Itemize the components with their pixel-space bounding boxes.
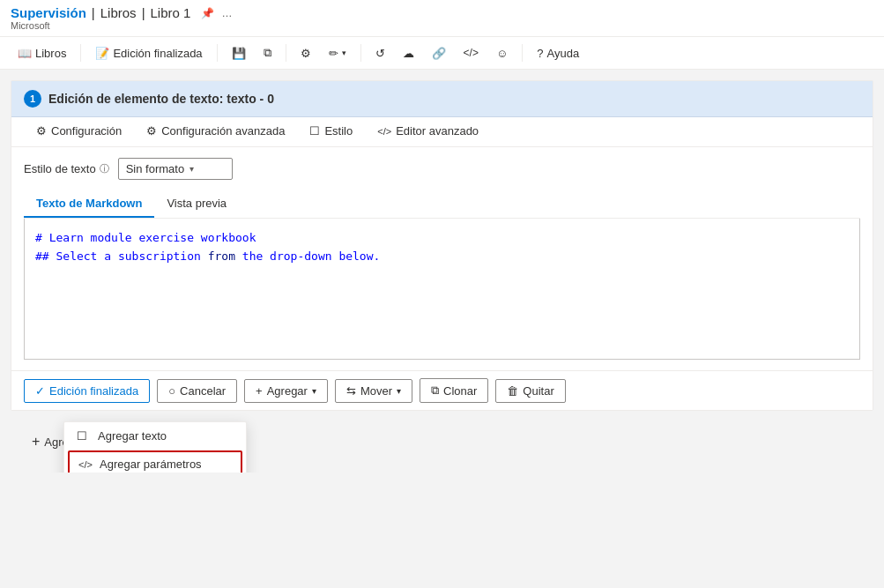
toolbar-sep-2 <box>217 44 218 62</box>
dropdown-agregar-parametros[interactable]: </> Agregar parámetros <box>68 450 242 473</box>
footer-plus-icon: + <box>32 434 40 450</box>
card-header-title: Edición de elemento de texto: texto - 0 <box>48 92 274 106</box>
book-icon: 📖 <box>18 47 32 60</box>
toolbar-code[interactable]: </> <box>457 43 486 63</box>
save-icon: 💾 <box>232 47 246 60</box>
main-content: 1 Edición de elemento de texto: texto - … <box>0 70 884 473</box>
agregar-chevron-icon: ▾ <box>312 386 316 396</box>
settings-icon: ⚙ <box>301 47 311 60</box>
code2-icon: </> <box>377 126 391 137</box>
style-icon: ☐ <box>309 124 320 138</box>
toolbar-refresh[interactable]: ↺ <box>368 43 392 63</box>
refresh-icon: ↺ <box>375 47 385 60</box>
code-line-2: ## Select a subscription from the drop-d… <box>35 248 849 266</box>
tab-preview[interactable]: Vista previa <box>154 190 239 218</box>
toolbar-edit[interactable]: ✏ ▾ <box>322 43 353 63</box>
cancelar-button[interactable]: ○ Cancelar <box>157 379 237 403</box>
toolbar: 📖 Libros 📝 Edición finalizada 💾 ⧉ ⚙ ✏ ▾ … <box>0 37 884 70</box>
action-bar: ✓ Edición finalizada ○ Cancelar + Agrega… <box>11 370 873 410</box>
code-line-1: # Learn module exercise workbook <box>35 229 849 248</box>
pin-icon[interactable]: 📌 <box>201 7 214 19</box>
dropdown-agregar-texto[interactable]: ☐ Agregar texto <box>64 422 246 450</box>
tab-configuracion[interactable]: ⚙ Configuración <box>24 117 134 146</box>
gear2-icon: ⚙ <box>146 124 157 138</box>
check-icon: ✓ <box>35 384 45 398</box>
toolbar-sep-4 <box>360 44 361 62</box>
clone-icon: ⧉ <box>431 383 439 398</box>
microsoft-label: Microsoft <box>11 20 232 31</box>
pencil-icon: ✏ <box>329 47 338 60</box>
toolbar-sep-1 <box>80 44 81 62</box>
mover-chevron-icon: ▾ <box>397 386 401 396</box>
gear-icon: ⚙ <box>36 124 47 138</box>
style-label: Estilo de texto ⓘ <box>24 162 109 175</box>
chevron-down-icon: ▾ <box>189 164 194 174</box>
question-icon: ? <box>537 47 543 60</box>
emoji-icon: ☺ <box>496 47 508 60</box>
libro1-title: Libro 1 <box>151 5 191 20</box>
toolbar-link[interactable]: 🔗 <box>425 43 453 63</box>
style-row: Estilo de texto ⓘ Sin formato ▾ <box>24 158 860 180</box>
tab-markdown[interactable]: Texto de Markdown <box>24 190 154 218</box>
inner-tabs: Texto de Markdown Vista previa <box>24 190 860 219</box>
text-element-card: 1 Edición de elemento de texto: texto - … <box>11 80 873 411</box>
dropdown-arrow-edit: ▾ <box>342 48 346 57</box>
tab-configuracion-avanzada[interactable]: ⚙ Configuración avanzada <box>134 117 297 146</box>
supervision-title: Supervisión <box>11 5 86 20</box>
quitar-button[interactable]: 🗑 Quitar <box>495 379 565 403</box>
toolbar-settings[interactable]: ⚙ <box>293 43 318 63</box>
tab-estilo[interactable]: ☐ Estilo <box>297 117 365 146</box>
more-icon[interactable]: … <box>221 7 232 19</box>
toolbar-sep-5 <box>522 44 523 62</box>
card-header: 1 Edición de elemento de texto: texto - … <box>11 81 873 117</box>
title-bar: Supervisión | Libros | Libro 1 📌 … Micro… <box>0 0 884 37</box>
link-icon: 🔗 <box>432 47 446 60</box>
toolbar-save[interactable]: 💾 <box>225 43 253 63</box>
add-dropdown-menu: ☐ Agregar texto </> Agregar parámetros ☰… <box>63 421 247 473</box>
card-body: Estilo de texto ⓘ Sin formato ▾ Texto de… <box>11 147 873 370</box>
cloud-icon: ☁ <box>403 47 414 60</box>
toolbar-sep-3 <box>286 44 286 62</box>
sep1: | <box>92 5 95 20</box>
info-icon[interactable]: ⓘ <box>100 162 109 175</box>
toolbar-edicion[interactable]: 📝 Edición finalizada <box>88 43 209 63</box>
text-icon: ☐ <box>77 429 91 443</box>
sep2: | <box>142 5 145 20</box>
delete-icon: 🗑 <box>507 384 518 398</box>
toolbar-cloud[interactable]: ☁ <box>396 43 421 63</box>
toolbar-copy[interactable]: ⧉ <box>256 42 279 63</box>
edit-doc-icon: 📝 <box>95 47 109 60</box>
edicion-finalizada-button[interactable]: ✓ Edición finalizada <box>24 379 150 403</box>
plus-icon: + <box>256 384 263 398</box>
style-select[interactable]: Sin formato ▾ <box>118 158 233 180</box>
agregar-button[interactable]: + Agregar ▾ <box>244 379 328 403</box>
toolbar-emoji[interactable]: ☺ <box>489 43 515 63</box>
copy-icon: ⧉ <box>264 46 271 60</box>
code-icon: </> <box>464 47 479 59</box>
mover-button[interactable]: ⇆ Mover ▾ <box>335 379 412 403</box>
move-icon: ⇆ <box>346 384 356 398</box>
toolbar-help[interactable]: ? Ayuda <box>530 43 586 63</box>
tab-editor-avanzado[interactable]: </> Editor avanzado <box>365 117 491 146</box>
params-icon: </> <box>78 459 93 470</box>
toolbar-libros[interactable]: 📖 Libros <box>11 43 73 63</box>
footer-bar: + Agregar ▾ ☐ Agregar texto </> Agregar … <box>11 421 873 462</box>
card-header-number: 1 <box>24 90 41 108</box>
libros-title: Libros <box>100 5 137 20</box>
cancel-icon: ○ <box>168 384 175 398</box>
card-tabs: ⚙ Configuración ⚙ Configuración avanzada… <box>11 117 873 147</box>
clonar-button[interactable]: ⧉ Clonar <box>420 378 488 403</box>
code-editor[interactable]: # Learn module exercise workbook ## Sele… <box>24 219 860 360</box>
